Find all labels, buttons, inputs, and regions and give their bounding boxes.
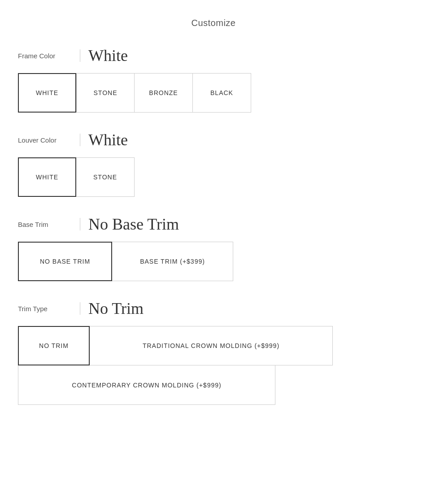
louver-color-divider <box>80 134 80 146</box>
louver-color-label: Louver Color <box>18 136 72 144</box>
louver-color-header: Louver Color White <box>18 130 409 149</box>
trim-type-header: Trim Type No Trim <box>18 299 409 318</box>
trim-type-label: Trim Type <box>18 305 72 313</box>
base-trim-section: Base Trim No Base Trim NO BASE TRIM BASE… <box>18 215 409 281</box>
trim-type-section: Trim Type No Trim NO TRIM TRADITIONAL CR… <box>18 299 409 405</box>
frame-color-bronze[interactable]: BRONZE <box>135 73 193 113</box>
trim-type-contemporary[interactable]: CONTEMPORARY CROWN MOLDING (+$999) <box>18 365 275 405</box>
trim-type-row-2: CONTEMPORARY CROWN MOLDING (+$999) <box>18 365 409 405</box>
louver-color-options: WHITE STONE <box>18 157 409 197</box>
page-title: Customize <box>18 18 409 28</box>
frame-color-stone[interactable]: STONE <box>76 73 135 113</box>
trim-type-options-container: NO TRIM TRADITIONAL CROWN MOLDING (+$999… <box>18 326 409 405</box>
base-trim-label: Base Trim <box>18 221 72 228</box>
frame-color-section: Frame Color White WHITE STONE BRONZE BLA… <box>18 46 409 113</box>
louver-color-white[interactable]: WHITE <box>18 157 76 197</box>
base-trim-header: Base Trim No Base Trim <box>18 215 409 234</box>
louver-color-value: White <box>88 130 128 149</box>
base-trim-divider <box>80 218 80 230</box>
frame-color-label: Frame Color <box>18 52 72 60</box>
louver-color-stone[interactable]: STONE <box>76 157 135 197</box>
base-trim-add[interactable]: BASE TRIM (+$399) <box>112 242 233 281</box>
frame-color-value: White <box>88 46 128 65</box>
trim-type-value: No Trim <box>88 299 144 318</box>
base-trim-value: No Base Trim <box>88 215 179 234</box>
trim-type-traditional[interactable]: TRADITIONAL CROWN MOLDING (+$999) <box>90 326 333 365</box>
base-trim-none[interactable]: NO BASE TRIM <box>18 242 112 281</box>
frame-color-white[interactable]: WHITE <box>18 73 76 113</box>
trim-type-divider <box>80 302 80 315</box>
trim-type-row-1: NO TRIM TRADITIONAL CROWN MOLDING (+$999… <box>18 326 409 365</box>
base-trim-options: NO BASE TRIM BASE TRIM (+$399) <box>18 242 409 281</box>
louver-color-section: Louver Color White WHITE STONE <box>18 130 409 197</box>
frame-color-options: WHITE STONE BRONZE BLACK <box>18 73 409 113</box>
frame-color-divider <box>80 49 80 62</box>
frame-color-header: Frame Color White <box>18 46 409 65</box>
frame-color-black[interactable]: BLACK <box>193 73 251 113</box>
trim-type-none[interactable]: NO TRIM <box>18 326 90 365</box>
